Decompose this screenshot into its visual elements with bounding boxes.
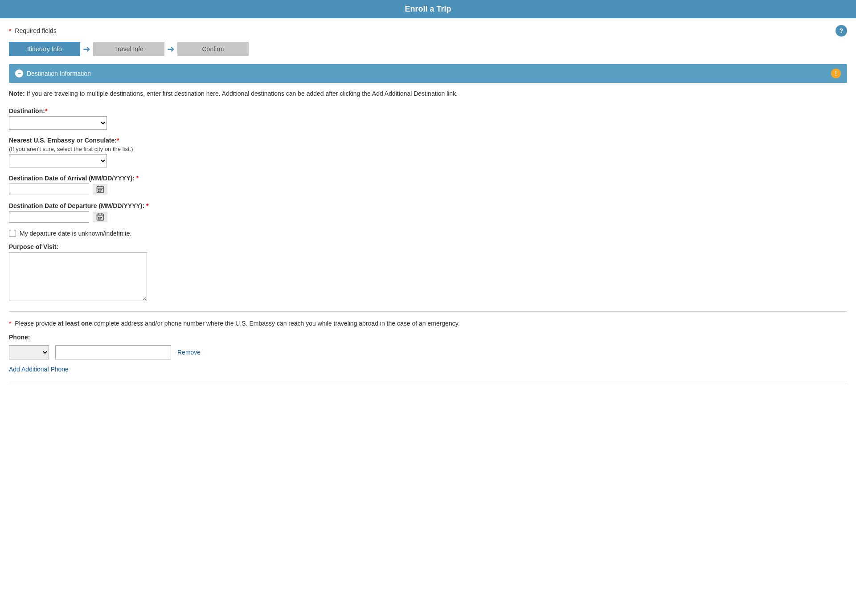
svg-rect-5 <box>99 189 101 191</box>
calendar-icon-2 <box>96 212 105 221</box>
phone-label: Phone: <box>9 334 847 341</box>
arrival-date-wrap <box>9 184 89 195</box>
svg-rect-6 <box>101 189 102 191</box>
unknown-date-label[interactable]: My departure date is unknown/indefinite. <box>20 230 131 237</box>
arrival-date-group: Destination Date of Arrival (MM/DD/YYYY)… <box>9 175 847 195</box>
embassy-group: Nearest U.S. Embassy or Consulate:* (If … <box>9 137 847 167</box>
unknown-date-row: My departure date is unknown/indefinite. <box>9 230 847 237</box>
svg-rect-13 <box>98 217 99 218</box>
page-title: Enroll a Trip <box>405 4 451 13</box>
collapse-icon[interactable]: − <box>15 69 23 78</box>
step-arrow-2: ➜ <box>167 44 175 54</box>
embassy-sublabel: (If you aren't sure, select the first ci… <box>9 146 847 152</box>
required-note-row: * Required fields ? <box>9 25 847 37</box>
calendar-icon <box>96 185 105 194</box>
svg-rect-17 <box>99 218 101 220</box>
section-divider-1 <box>9 311 847 312</box>
stepper: Itinerary Info ➜ Travel Info ➜ Confirm <box>9 42 847 56</box>
page-header: Enroll a Trip <box>0 0 856 18</box>
embassy-select[interactable] <box>9 154 107 167</box>
section-header-left: − Destination Information <box>15 69 91 78</box>
departure-date-input[interactable] <box>9 212 93 222</box>
departure-date-label: Destination Date of Departure (MM/DD/YYY… <box>9 202 847 209</box>
warning-icon[interactable]: ! <box>831 69 841 78</box>
emergency-star: * <box>9 320 11 327</box>
svg-rect-4 <box>98 189 99 191</box>
purpose-label: Purpose of Visit: <box>9 243 847 250</box>
step-travel-info[interactable]: Travel Info <box>93 42 164 56</box>
section-header-destination: − Destination Information ! <box>9 64 847 83</box>
embassy-label: Nearest U.S. Embassy or Consulate:* <box>9 137 847 144</box>
emergency-note: * Please provide at least one complete a… <box>9 319 847 328</box>
unknown-date-checkbox[interactable] <box>9 230 16 237</box>
departure-date-wrap <box>9 211 89 223</box>
required-star: * <box>9 27 11 34</box>
svg-rect-8 <box>99 191 101 192</box>
help-icon[interactable]: ? <box>836 25 847 37</box>
step-itinerary-info[interactable]: Itinerary Info <box>9 42 80 56</box>
svg-rect-16 <box>98 218 99 220</box>
destination-group: Destination:* <box>9 107 847 130</box>
purpose-textarea[interactable] <box>9 252 147 301</box>
add-additional-phone-link[interactable]: Add Additional Phone <box>9 366 69 373</box>
departure-date-group: Destination Date of Departure (MM/DD/YYY… <box>9 202 847 223</box>
step-confirm[interactable]: Confirm <box>177 42 249 56</box>
svg-rect-7 <box>98 191 99 192</box>
arrival-date-label: Destination Date of Arrival (MM/DD/YYYY)… <box>9 175 847 182</box>
phone-row: +1 +44 +33 +49 +81 +86 Remove <box>9 345 847 359</box>
remove-phone-link[interactable]: Remove <box>177 349 201 356</box>
note-text: Note: If you are traveling to multiple d… <box>9 89 847 98</box>
section-title: Destination Information <box>27 70 91 77</box>
section-divider-2 <box>9 382 847 382</box>
phone-country-select[interactable]: +1 +44 +33 +49 +81 +86 <box>9 345 49 359</box>
main-container: * Required fields ? Itinerary Info ➜ Tra… <box>0 18 856 389</box>
phone-number-input[interactable] <box>55 345 171 359</box>
arrival-date-input[interactable] <box>9 184 93 195</box>
destination-select[interactable] <box>9 116 107 130</box>
departure-calendar-button[interactable] <box>93 212 107 222</box>
purpose-group: Purpose of Visit: <box>9 243 847 302</box>
arrival-calendar-button[interactable] <box>93 184 107 195</box>
destination-label: Destination:* <box>9 107 847 114</box>
required-fields-text: * Required fields <box>9 27 57 34</box>
step-arrow-1: ➜ <box>83 44 90 54</box>
svg-rect-15 <box>101 217 102 218</box>
svg-rect-14 <box>99 217 101 218</box>
